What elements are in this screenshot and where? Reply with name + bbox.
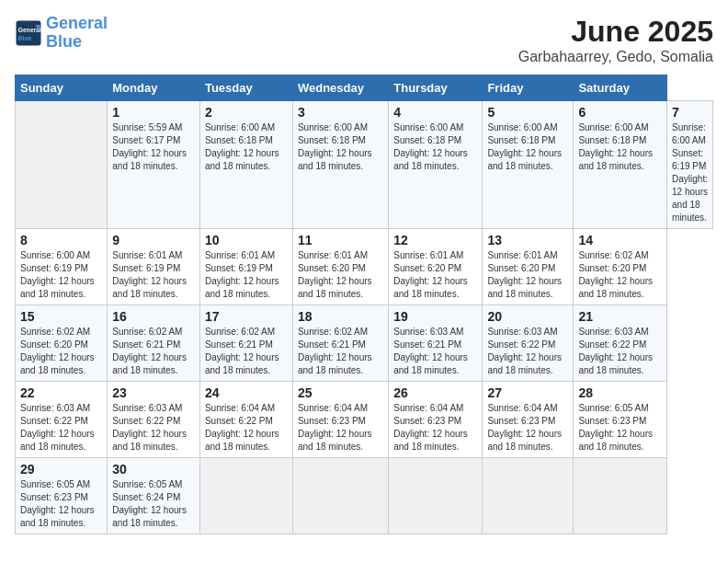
day-number: 4 (393, 105, 477, 120)
day-number: 17 (205, 309, 288, 324)
day-info: Sunrise: 6:02 AM Sunset: 6:20 PM Dayligh… (20, 326, 102, 377)
day-header-thursday: Thursday (389, 75, 483, 101)
day-number: 3 (298, 105, 383, 120)
day-number: 24 (205, 385, 288, 400)
calendar-week-row: 22Sunrise: 6:03 AM Sunset: 6:22 PM Dayli… (16, 382, 713, 458)
day-info: Sunrise: 6:02 AM Sunset: 6:20 PM Dayligh… (578, 249, 662, 301)
calendar-cell: 26Sunrise: 6:04 AM Sunset: 6:23 PM Dayli… (389, 382, 483, 458)
calendar-cell: 18Sunrise: 6:02 AM Sunset: 6:21 PM Dayli… (292, 305, 388, 382)
svg-text:Blue: Blue (18, 34, 32, 40)
day-number: 9 (112, 233, 195, 247)
calendar-week-row: 8Sunrise: 6:00 AM Sunset: 6:19 PM Daylig… (16, 229, 713, 305)
day-number: 20 (487, 309, 568, 324)
calendar-cell: 7Sunrise: 6:00 AM Sunset: 6:19 PM Daylig… (667, 101, 713, 229)
calendar-cell: 22Sunrise: 6:03 AM Sunset: 6:22 PM Dayli… (16, 382, 108, 458)
day-number: 8 (20, 233, 102, 247)
day-number: 12 (393, 233, 477, 247)
calendar-cell (199, 458, 292, 534)
calendar-cell: 4Sunrise: 6:00 AM Sunset: 6:18 PM Daylig… (389, 101, 483, 229)
day-number: 11 (298, 233, 383, 247)
calendar-week-row: 1Sunrise: 5:59 AM Sunset: 6:17 PM Daylig… (16, 101, 713, 229)
calendar-cell (574, 458, 667, 534)
day-info: Sunrise: 6:00 AM Sunset: 6:18 PM Dayligh… (578, 121, 662, 173)
day-info: Sunrise: 6:02 AM Sunset: 6:21 PM Dayligh… (298, 326, 383, 377)
day-info: Sunrise: 6:00 AM Sunset: 6:18 PM Dayligh… (205, 121, 288, 173)
title-area: June 2025 Garbahaarrey, Gedo, Somalia (518, 15, 713, 65)
calendar-cell: 11Sunrise: 6:01 AM Sunset: 6:20 PM Dayli… (292, 229, 388, 305)
calendar-cell: 12Sunrise: 6:01 AM Sunset: 6:20 PM Dayli… (389, 229, 483, 305)
day-number: 7 (672, 105, 708, 120)
day-info: Sunrise: 6:00 AM Sunset: 6:19 PM Dayligh… (20, 249, 102, 301)
calendar-cell: 21Sunrise: 6:03 AM Sunset: 6:22 PM Dayli… (574, 305, 667, 382)
day-info: Sunrise: 6:04 AM Sunset: 6:23 PM Dayligh… (393, 402, 477, 454)
calendar-body: 1Sunrise: 5:59 AM Sunset: 6:17 PM Daylig… (16, 101, 713, 534)
day-info: Sunrise: 6:00 AM Sunset: 6:19 PM Dayligh… (672, 121, 708, 224)
day-number: 10 (205, 233, 288, 247)
logo-icon: General Blue (15, 19, 42, 47)
calendar-cell: 2Sunrise: 6:00 AM Sunset: 6:18 PM Daylig… (199, 101, 292, 229)
calendar-week-row: 15Sunrise: 6:02 AM Sunset: 6:20 PM Dayli… (16, 305, 713, 382)
logo: General Blue General Blue (15, 15, 108, 52)
day-info: Sunrise: 6:03 AM Sunset: 6:22 PM Dayligh… (578, 326, 662, 377)
day-info: Sunrise: 6:02 AM Sunset: 6:21 PM Dayligh… (112, 326, 195, 377)
calendar-cell: 24Sunrise: 6:04 AM Sunset: 6:22 PM Dayli… (199, 382, 292, 458)
calendar-cell: 6Sunrise: 6:00 AM Sunset: 6:18 PM Daylig… (574, 101, 667, 229)
calendar-cell: 17Sunrise: 6:02 AM Sunset: 6:21 PM Dayli… (199, 305, 292, 382)
calendar-cell: 5Sunrise: 6:00 AM Sunset: 6:18 PM Daylig… (483, 101, 574, 229)
day-number: 1 (112, 105, 195, 120)
day-header-monday: Monday (108, 75, 200, 101)
calendar-header-row: SundayMondayTuesdayWednesdayThursdayFrid… (16, 75, 713, 101)
day-number: 13 (487, 233, 568, 247)
day-info: Sunrise: 6:01 AM Sunset: 6:20 PM Dayligh… (298, 249, 383, 301)
day-header-friday: Friday (483, 75, 574, 101)
day-number: 27 (487, 385, 568, 400)
day-info: Sunrise: 6:00 AM Sunset: 6:18 PM Dayligh… (298, 121, 383, 173)
day-number: 16 (112, 309, 195, 324)
day-info: Sunrise: 6:03 AM Sunset: 6:22 PM Dayligh… (112, 402, 195, 454)
day-number: 14 (578, 233, 662, 247)
day-info: Sunrise: 6:05 AM Sunset: 6:23 PM Dayligh… (20, 478, 102, 530)
calendar-cell: 14Sunrise: 6:02 AM Sunset: 6:20 PM Dayli… (574, 229, 667, 305)
day-number: 18 (298, 309, 383, 324)
day-header-sunday: Sunday (16, 75, 108, 101)
calendar-cell: 29Sunrise: 6:05 AM Sunset: 6:23 PM Dayli… (16, 458, 108, 534)
header: General Blue General Blue June 2025 Garb… (15, 15, 713, 65)
day-info: Sunrise: 6:01 AM Sunset: 6:19 PM Dayligh… (205, 249, 288, 301)
calendar-cell: 20Sunrise: 6:03 AM Sunset: 6:22 PM Dayli… (483, 305, 574, 382)
calendar-cell: 3Sunrise: 6:00 AM Sunset: 6:18 PM Daylig… (292, 101, 388, 229)
day-info: Sunrise: 6:01 AM Sunset: 6:20 PM Dayligh… (393, 249, 477, 301)
calendar-cell: 9Sunrise: 6:01 AM Sunset: 6:19 PM Daylig… (108, 229, 200, 305)
calendar-cell: 19Sunrise: 6:03 AM Sunset: 6:21 PM Dayli… (389, 305, 483, 382)
day-info: Sunrise: 6:01 AM Sunset: 6:20 PM Dayligh… (487, 249, 568, 301)
day-info: Sunrise: 6:02 AM Sunset: 6:21 PM Dayligh… (205, 326, 288, 377)
location-title: Garbahaarrey, Gedo, Somalia (518, 49, 713, 65)
day-info: Sunrise: 6:04 AM Sunset: 6:23 PM Dayligh… (298, 402, 383, 454)
day-info: Sunrise: 6:00 AM Sunset: 6:18 PM Dayligh… (487, 121, 568, 173)
day-header-wednesday: Wednesday (292, 75, 388, 101)
day-info: Sunrise: 6:01 AM Sunset: 6:19 PM Dayligh… (112, 249, 195, 301)
svg-rect-0 (17, 20, 41, 45)
calendar-cell: 13Sunrise: 6:01 AM Sunset: 6:20 PM Dayli… (483, 229, 574, 305)
day-info: Sunrise: 6:05 AM Sunset: 6:24 PM Dayligh… (112, 478, 195, 530)
day-header-tuesday: Tuesday (199, 75, 292, 101)
day-number: 5 (487, 105, 568, 120)
day-number: 30 (112, 462, 195, 477)
day-number: 23 (112, 385, 195, 400)
calendar-cell (292, 458, 388, 534)
day-info: Sunrise: 6:04 AM Sunset: 6:22 PM Dayligh… (205, 402, 288, 454)
calendar-cell: 28Sunrise: 6:05 AM Sunset: 6:23 PM Dayli… (574, 382, 667, 458)
calendar-cell: 27Sunrise: 6:04 AM Sunset: 6:23 PM Dayli… (483, 382, 574, 458)
day-number: 28 (578, 385, 662, 400)
day-info: Sunrise: 6:00 AM Sunset: 6:18 PM Dayligh… (393, 121, 477, 173)
day-info: Sunrise: 6:03 AM Sunset: 6:21 PM Dayligh… (393, 326, 477, 377)
day-info: Sunrise: 6:03 AM Sunset: 6:22 PM Dayligh… (487, 326, 568, 377)
logo-text: General Blue (46, 15, 108, 52)
day-number: 22 (20, 385, 102, 400)
calendar-cell: 16Sunrise: 6:02 AM Sunset: 6:21 PM Dayli… (108, 305, 200, 382)
calendar-table: SundayMondayTuesdayWednesdayThursdayFrid… (15, 75, 713, 534)
calendar-cell: 15Sunrise: 6:02 AM Sunset: 6:20 PM Dayli… (16, 305, 108, 382)
day-number: 15 (20, 309, 102, 324)
day-number: 26 (393, 385, 477, 400)
calendar-cell: 1Sunrise: 5:59 AM Sunset: 6:17 PM Daylig… (108, 101, 200, 229)
day-info: Sunrise: 6:04 AM Sunset: 6:23 PM Dayligh… (487, 402, 568, 454)
